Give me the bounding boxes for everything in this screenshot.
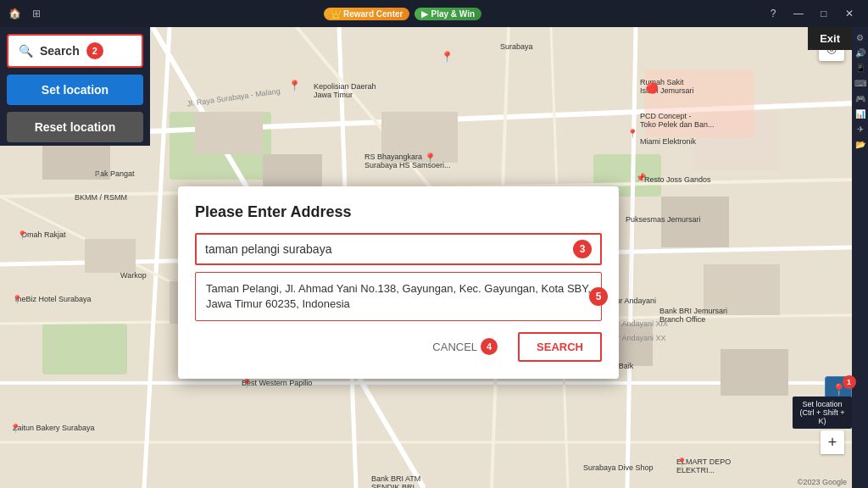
search-label: Search: [40, 44, 80, 58]
maximize-button[interactable]: □: [812, 2, 836, 25]
step-3-badge: 3: [573, 240, 592, 258]
sidebar-icon-1[interactable]: ⚙: [854, 30, 867, 44]
titlebar-left: 🏠 ⊞: [7, 6, 44, 21]
sidebar-icon-8[interactable]: 📂: [854, 137, 867, 151]
copyright: ©2023 Google: [798, 478, 847, 486]
reward-center-badge[interactable]: 👑 Reward Center: [324, 8, 410, 20]
sidebar-icon-7[interactable]: ✈: [854, 122, 867, 136]
minimize-button[interactable]: —: [787, 2, 810, 25]
right-sidebar: ⚙ 🔊 📱 ⌨ 🎮 📊 ✈ 📂: [852, 27, 868, 488]
cancel-label: CANCEL: [432, 341, 477, 353]
dialog-actions: CANCEL 4 SEARCH: [195, 331, 602, 362]
search-button[interactable]: 🔍 Search 2: [7, 34, 143, 68]
svg-rect-20: [195, 112, 263, 154]
tooltip-label: Set location: [802, 400, 842, 408]
sidebar-icon-2[interactable]: 🔊: [854, 46, 867, 59]
svg-rect-22: [381, 112, 458, 163]
svg-rect-35: [644, 69, 754, 137]
search-action-label: SEARCH: [537, 341, 583, 353]
play-win-badge[interactable]: ▶ Play & Win: [415, 8, 481, 20]
sidebar-icon-6[interactable]: 📊: [854, 107, 867, 120]
set-location-button[interactable]: Set location: [7, 75, 143, 105]
svg-rect-33: [704, 264, 780, 315]
search-action-button[interactable]: SEARCH: [518, 332, 602, 362]
window-icon[interactable]: ⊞: [29, 6, 44, 21]
svg-rect-34: [721, 349, 788, 396]
sidebar-icon-5[interactable]: 🎮: [854, 92, 867, 105]
reset-location-label: Reset location: [35, 120, 116, 134]
step-5-badge: 5: [589, 287, 608, 306]
titlebar-right: ? — □ ✕: [761, 2, 861, 25]
svg-rect-4: [42, 324, 127, 374]
home-icon[interactable]: 🏠: [7, 6, 22, 21]
svg-rect-25: [661, 197, 729, 247]
close-button[interactable]: ✕: [837, 2, 861, 25]
step-1-badge: 1: [843, 375, 856, 389]
exit-button[interactable]: Exit: [808, 27, 852, 50]
svg-rect-21: [263, 154, 322, 188]
suggestion-text: Taman Pelangi, Jl. Ahmad Yani No.138, Ga…: [206, 282, 591, 310]
help-button[interactable]: ?: [761, 2, 785, 25]
address-input-wrapper: 3: [195, 233, 602, 265]
step-4-badge: 4: [481, 338, 498, 355]
cancel-button[interactable]: CANCEL 4: [419, 331, 511, 362]
sidebar-icon-3[interactable]: 📱: [854, 61, 867, 75]
titlebar: 🏠 ⊞ 👑 Reward Center ▶ Play & Win ? — □ ✕: [0, 0, 868, 27]
tooltip-shortcut: (Ctrl + Shift + K): [799, 408, 844, 425]
address-dialog: Please Enter Address 3 Taman Pelangi, Jl…: [178, 186, 619, 379]
zoom-in-icon: +: [828, 434, 837, 452]
titlebar-center: 👑 Reward Center ▶ Play & Win: [324, 8, 481, 20]
search-icon: 🔍: [19, 44, 33, 58]
set-location-tooltip: Set location (Ctrl + Shift + K): [793, 396, 852, 429]
sidebar-icon-4[interactable]: ⌨: [854, 76, 867, 90]
left-panel: 🔍 Search 2 Set location Reset location: [0, 27, 150, 146]
reset-location-button[interactable]: Reset location: [7, 112, 143, 142]
dialog-title: Please Enter Address: [195, 203, 602, 221]
address-input[interactable]: [205, 242, 566, 256]
search-step-badge: 2: [86, 42, 103, 59]
svg-rect-26: [85, 239, 136, 273]
suggestion-box[interactable]: Taman Pelangi, Jl. Ahmad Yani No.138, Ga…: [195, 272, 602, 321]
set-location-label: Set location: [42, 83, 108, 97]
zoom-in-button[interactable]: +: [821, 430, 844, 454]
